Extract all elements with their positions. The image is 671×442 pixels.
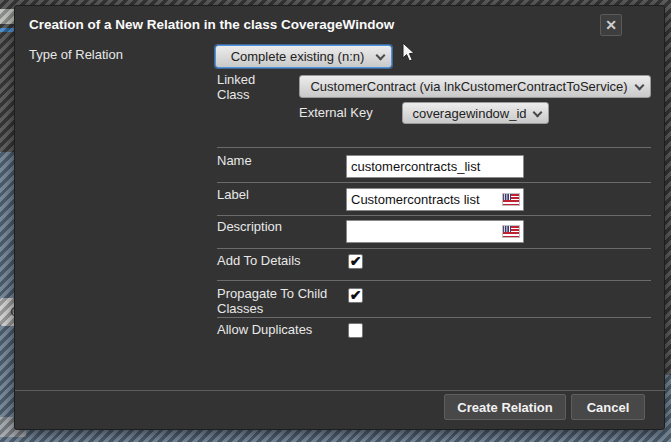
label-input[interactable] bbox=[346, 188, 524, 211]
name-input[interactable] bbox=[346, 155, 524, 178]
close-icon[interactable]: ✕ bbox=[600, 14, 622, 36]
name-label: Name bbox=[217, 153, 252, 168]
divider bbox=[217, 248, 651, 249]
chevron-down-icon bbox=[376, 51, 386, 61]
new-relation-dialog: Creation of a New Relation in the class … bbox=[14, 5, 665, 430]
type-of-relation-label: Type of Relation bbox=[29, 47, 123, 62]
label-field-wrap bbox=[346, 188, 524, 211]
divider bbox=[217, 182, 651, 183]
divider bbox=[217, 147, 651, 148]
cancel-button[interactable]: Cancel bbox=[571, 394, 645, 420]
allow-duplicates-label: Allow Duplicates bbox=[217, 322, 312, 337]
description-field-wrap bbox=[346, 220, 524, 243]
chevron-down-icon bbox=[635, 81, 645, 91]
mouse-cursor-icon bbox=[402, 42, 416, 63]
divider bbox=[217, 215, 651, 216]
description-input[interactable] bbox=[346, 220, 524, 243]
linked-class-select[interactable]: CustomerContract (via lnkCustomerContrac… bbox=[299, 75, 651, 98]
label-label: Label bbox=[217, 187, 249, 202]
external-key-value: coveragewindow_id bbox=[412, 106, 526, 121]
divider bbox=[217, 317, 651, 318]
chevron-down-icon bbox=[533, 108, 543, 118]
description-label: Description bbox=[217, 219, 282, 234]
linked-class-value: CustomerContract (via lnkCustomerContrac… bbox=[310, 79, 627, 94]
footer-divider bbox=[15, 390, 666, 391]
external-key-select[interactable]: coveragewindow_id bbox=[402, 102, 549, 124]
add-to-details-checkbox[interactable]: ✔ bbox=[348, 254, 363, 269]
propagate-to-child-classes-label: Propagate To Child Classes bbox=[217, 286, 343, 316]
divider bbox=[217, 280, 651, 281]
add-to-details-label: Add To Details bbox=[217, 253, 301, 268]
propagate-to-child-classes-checkbox[interactable]: ✔ bbox=[348, 288, 363, 303]
create-relation-button[interactable]: Create Relation bbox=[444, 394, 566, 420]
external-key-label: External Key bbox=[299, 105, 373, 120]
allow-duplicates-checkbox[interactable] bbox=[348, 323, 363, 338]
type-of-relation-select[interactable]: Complete existing (n:n) bbox=[215, 45, 392, 68]
us-flag-locale-icon bbox=[503, 194, 519, 205]
name-field-wrap bbox=[346, 155, 524, 178]
type-of-relation-value: Complete existing (n:n) bbox=[231, 49, 365, 64]
us-flag-locale-icon bbox=[503, 226, 519, 237]
linked-class-label: Linked Class bbox=[217, 72, 279, 102]
dialog-title: Creation of a New Relation in the class … bbox=[29, 17, 394, 32]
